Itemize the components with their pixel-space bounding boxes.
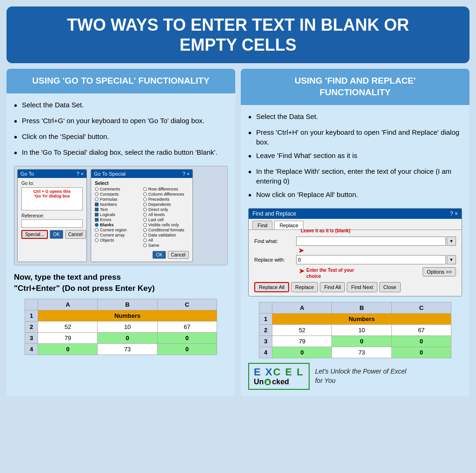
cel-text: C E L	[273, 366, 304, 378]
radio-current-region: Current region	[95, 228, 140, 232]
special-ok-btn[interactable]: OK	[152, 251, 165, 259]
find-arrow: ➤	[298, 247, 456, 254]
find-replace-dialog: Find and Replace ? × Find Replace Find w…	[248, 208, 462, 296]
row-header-1: 1	[25, 310, 38, 321]
fr-tabs: Find Replace	[249, 219, 462, 230]
cell-3a: 79	[38, 332, 98, 343]
cell2-3b-green: 0	[332, 335, 391, 347]
col2-bullet-1: Select the Data Set.	[248, 112, 462, 124]
goto-special-body: Select Comments Constants Formulas Numbe…	[91, 178, 192, 262]
col1-bullet-2: Press 'Ctrl+G' on your keyboard to open …	[14, 116, 228, 128]
fr-replace-all-btn[interactable]: Replace All	[254, 282, 289, 292]
goto-cancel-btn[interactable]: Cancel	[65, 230, 86, 239]
col2-bullet-4: In the 'Replace With' section, enter the…	[248, 166, 462, 186]
fr-replace-row: Replace with: ▼	[254, 255, 456, 264]
row-header-2: 2	[25, 321, 38, 332]
goto-ok-btn[interactable]: OK	[50, 230, 63, 239]
fr-action-buttons: Replace All Replace Find All Find Next C…	[254, 282, 456, 292]
un-text: Un	[254, 378, 264, 386]
select-section-label: Select	[95, 181, 189, 186]
cell-3b-green: 0	[98, 332, 157, 343]
excel-unlocked-logo: E XC E L Un cked	[248, 363, 310, 390]
radio-formulas: Formulas	[95, 197, 140, 202]
fr-find-next-btn[interactable]: Find Next	[347, 282, 377, 292]
col2-header: USING 'FIND AND REPLACE'FUNCTIONALITY	[241, 69, 469, 105]
col-goto-special: USING 'GO TO SPECIAL' FUNCTIONALITY Sele…	[7, 69, 235, 396]
check-text: Text	[95, 207, 140, 212]
fr-find-all-btn[interactable]: Find All	[320, 282, 345, 292]
row2-header-1: 1	[259, 313, 272, 324]
excel-logo-text: E XC E L Un cked	[254, 367, 304, 386]
radio-direct-only: Direct only	[143, 207, 189, 212]
col2-excel-table: A B C 1 Numbers 2 52 10 67 3 79 0	[259, 302, 451, 358]
fr-body: Find what: ▼ Leave it as it is (blank) ➤…	[249, 230, 462, 296]
cell-3c-green: 0	[157, 332, 217, 343]
goto-ref-input[interactable]	[21, 219, 83, 228]
row-header-4: 4	[25, 343, 38, 355]
radio-comments: Comments	[95, 187, 140, 191]
replace-annotation: Enter the Text of yourchoice	[306, 267, 354, 279]
radio-precedents: Precedents	[143, 197, 189, 202]
goto-text-area: Ctrl + G opens this'Go To' dialog box	[21, 187, 83, 210]
col2-bullets: Select the Data Set. Press 'Ctrl+H' on y…	[248, 112, 462, 202]
fr-title-text: Find and Replace	[252, 210, 296, 217]
col1-bullets: Select the Data Set. Press 'Ctrl+G' on y…	[14, 100, 228, 159]
radio-blanks: Blanks	[95, 223, 140, 227]
fr-replace-label: Replace with:	[254, 257, 296, 263]
cell2-2c: 67	[391, 324, 451, 335]
check-logicals: Logicals	[95, 212, 140, 217]
corner-cell2	[259, 302, 272, 313]
cell2-4a-green: 0	[272, 347, 332, 358]
merged-numbers-header: Numbers	[38, 310, 217, 321]
col1-bullet-1: Select the Data Set.	[14, 100, 228, 112]
goto-special-controls: ? ×	[182, 171, 190, 177]
dialog-area: Go To ? × Go to: Ctrl + G opens this'Go …	[14, 166, 228, 265]
fr-options-btn[interactable]: Options >>	[423, 267, 456, 276]
radio-all: All	[143, 238, 189, 243]
goto-red-text: Ctrl + G opens this'Go To' dialog box	[22, 188, 82, 200]
goto-dialog: Go To ? × Go to: Ctrl + G opens this'Go …	[17, 169, 87, 262]
radio-objects: Objects	[95, 238, 140, 243]
radio-columns: Comments Constants Formulas Numbers Text…	[95, 187, 189, 248]
cell2-3a: 79	[272, 335, 332, 347]
row2-header-4: 4	[259, 347, 272, 358]
radio-current-array: Current array	[95, 233, 140, 237]
fr-replace-input[interactable]	[296, 255, 446, 264]
radio-col-diff: Column differences	[143, 192, 189, 197]
radio-same: Same	[143, 243, 189, 248]
fr-find-input[interactable]	[296, 236, 446, 246]
cell-4a-green: 0	[38, 343, 98, 355]
cell2-2a: 52	[272, 324, 332, 335]
goto-title-text: Go To	[20, 171, 34, 177]
cell-4b: 73	[98, 343, 157, 355]
now-type-text: Now, type the text and press"Ctrl+Enter"…	[14, 272, 228, 294]
special-cancel-btn[interactable]: Cancel	[168, 251, 189, 259]
lock-icon	[264, 378, 271, 386]
col1-excel-table: A B C 1 Numbers 2 52 10 67 3 79 0	[25, 299, 217, 355]
fr-titlebar: Find and Replace ? ×	[249, 209, 462, 219]
cell-2c: 67	[157, 321, 217, 332]
fr-find-dropdown[interactable]: ▼	[447, 236, 456, 246]
col1-header: USING 'GO TO SPECIAL' FUNCTIONALITY	[7, 69, 235, 93]
ex-text: E X	[254, 366, 273, 378]
find-annotation: Leave it as it is (blank)	[301, 228, 350, 233]
row-header-3: 3	[25, 332, 38, 343]
fr-replace-dropdown[interactable]: ▼	[447, 255, 456, 264]
col1-bullet-3: Click on the 'Special' button.	[14, 131, 228, 144]
fr-tab-find[interactable]: Find	[252, 221, 272, 230]
check-errors: Errors	[95, 217, 140, 222]
col1-bullet-4: In the 'Go To Special' dialog box, selec…	[14, 147, 228, 159]
goto-titlebar: Go To ? ×	[18, 170, 86, 178]
fr-tab-replace[interactable]: Replace	[274, 221, 303, 230]
goto-special-btn[interactable]: Special...	[21, 230, 48, 239]
fr-replace-btn[interactable]: Replace	[291, 282, 318, 292]
cell-2a: 52	[38, 321, 98, 332]
fr-close-btn[interactable]: Close	[379, 282, 401, 292]
radio-last-cell: Last cell	[143, 217, 189, 222]
corner-cell	[25, 299, 38, 310]
goto-special-titlebar: Go To Special ? ×	[91, 170, 192, 178]
col-header-a: A	[38, 299, 98, 310]
row2-header-2: 2	[259, 324, 272, 335]
check-numbers: Numbers	[95, 202, 140, 207]
radio-visible-cells: Visible cells only	[143, 223, 189, 227]
